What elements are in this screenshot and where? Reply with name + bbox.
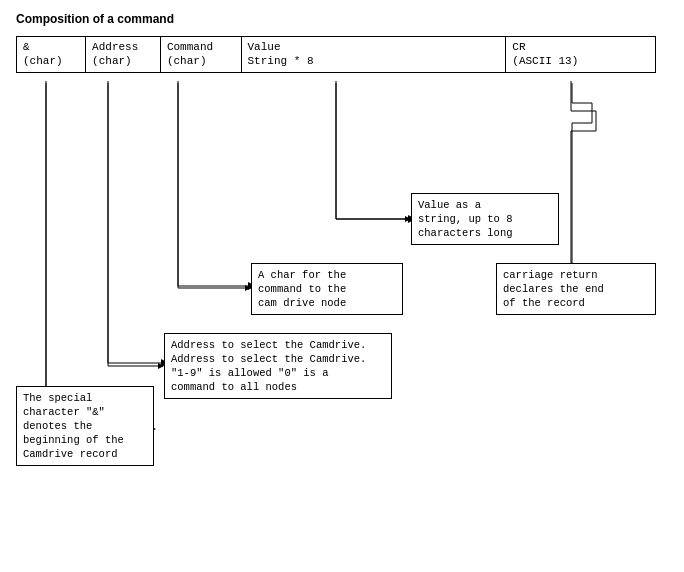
command-description-box: A char for thecommand to thecam drive no… (251, 263, 403, 316)
header-address: Address (char) (86, 37, 161, 73)
value-description-box: Value as astring, up to 8characters long (411, 193, 559, 246)
page: Composition of a command & (char) Addres… (0, 0, 684, 572)
amp-description-box: The specialcharacter "&"denotes thebegin… (16, 386, 154, 467)
cr-description-box: carriage returndeclares the endof the re… (496, 263, 656, 316)
page-title: Composition of a command (16, 12, 668, 26)
header-amp: & (char) (17, 37, 86, 73)
header-cr: CR (ASCII 13) (506, 37, 656, 73)
command-structure-table: & (char) Address (char) Command (char) V… (16, 36, 656, 73)
address-description-box: Address to select the Camdrive.Address t… (164, 333, 392, 400)
header-command: Command (char) (160, 37, 241, 73)
diagram: The specialcharacter "&"denotes thebegin… (16, 81, 656, 511)
header-value: Value String * 8 (241, 37, 506, 73)
